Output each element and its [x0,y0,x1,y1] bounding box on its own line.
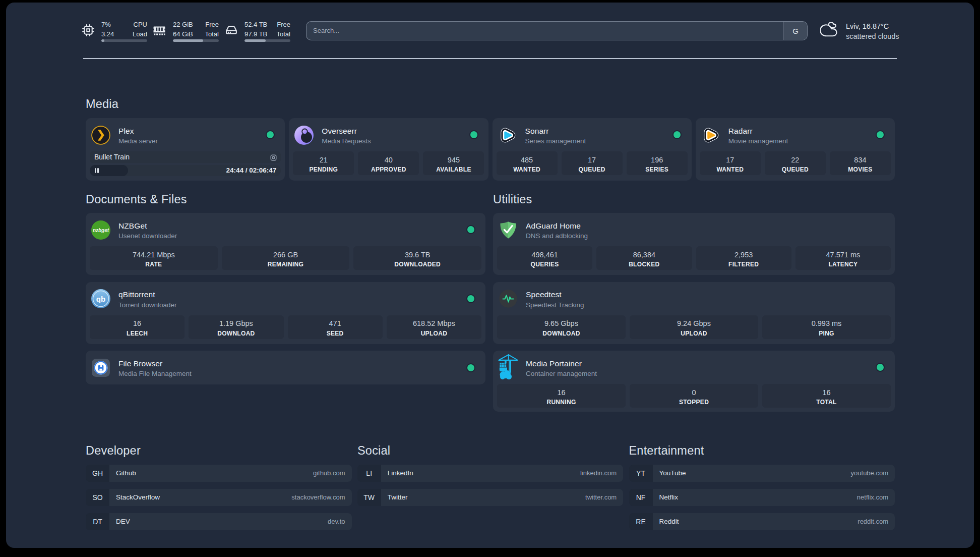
svg-text:nzbget: nzbget [93,228,109,233]
svg-text:qb: qb [96,295,105,303]
